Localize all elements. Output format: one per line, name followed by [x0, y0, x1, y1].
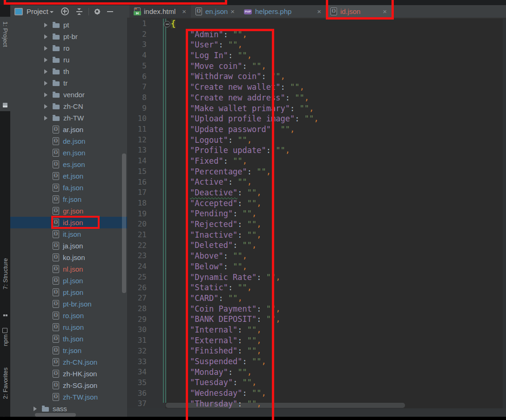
- tree-item-nl.json[interactable]: nl.json: [10, 263, 127, 275]
- code-line-31[interactable]: "External": "",: [171, 335, 318, 346]
- tab-helpers.php[interactable]: helpers.php ×: [239, 5, 326, 18]
- tree-expand-icon[interactable]: [44, 104, 50, 109]
- tree-item-zh-HK.json[interactable]: zh-HK.json: [10, 368, 127, 380]
- code-line-28[interactable]: "Coin Payment": "",: [171, 304, 318, 314]
- toolwindow-button-favorites[interactable]: 2: Favorites: [0, 366, 10, 420]
- code-line-23[interactable]: "Above": "",: [171, 251, 318, 261]
- tree-expand-icon[interactable]: [44, 69, 50, 74]
- code-line-10[interactable]: "Upload profile image": "",: [171, 113, 318, 124]
- tree-item-it.json[interactable]: it.json: [10, 228, 127, 240]
- code-line-13[interactable]: "Profile update": "",: [171, 145, 318, 156]
- code-line-34[interactable]: "Monday": "",: [171, 367, 318, 378]
- tree-item-pl.json[interactable]: pl.json: [10, 275, 127, 287]
- collapse-all-icon[interactable]: [76, 9, 82, 14]
- toolwindow-button-project[interactable]: 1: Project: [0, 17, 10, 111]
- tree-expand-icon[interactable]: [44, 93, 50, 97]
- code-line-18[interactable]: "Accepted": "",: [171, 198, 318, 209]
- code-line-20[interactable]: "Rejected": "",: [171, 219, 318, 230]
- tree-item-zh-SG.json[interactable]: zh-SG.json: [10, 380, 127, 391]
- tree-item-ja.json[interactable]: ja.json: [10, 240, 127, 252]
- tree-expand-icon[interactable]: [44, 34, 50, 39]
- code-line-37[interactable]: "Thursday": "",: [171, 399, 318, 409]
- editor-code[interactable]: {"Admin": "","User": "","Log In": "","Mo…: [171, 19, 318, 409]
- code-line-22[interactable]: "Deleted": "",: [171, 240, 318, 251]
- code-line-21[interactable]: "Inactive": "",: [171, 230, 318, 240]
- fold-icon[interactable]: [164, 21, 170, 27]
- tab-index.html[interactable]: index.html ×: [129, 5, 191, 18]
- code-line-7[interactable]: "Create new wallet": "",: [171, 82, 318, 93]
- tree-item-vendor[interactable]: vendor: [10, 89, 127, 100]
- code-line-17[interactable]: "Deactive": "",: [171, 187, 318, 198]
- code-line-8[interactable]: "Create new address": "",: [171, 93, 318, 103]
- code-line-29[interactable]: "BANK DEPOSIT": "",: [171, 314, 318, 325]
- project-tree-horizontal-scrollbar[interactable]: [35, 413, 76, 417]
- tree-item-fa.json[interactable]: fa.json: [10, 182, 127, 193]
- code-line-3[interactable]: "User": "",: [171, 40, 318, 50]
- code-line-35[interactable]: "Tuesday": "",: [171, 377, 318, 388]
- toolwindow-button-npm[interactable]: npm: [0, 326, 10, 355]
- tree-item-ro.json[interactable]: ro.json: [10, 310, 127, 321]
- locate-file-icon[interactable]: [61, 7, 69, 15]
- code-line-1[interactable]: {: [171, 19, 318, 29]
- tree-item-pt.json[interactable]: pt.json: [10, 287, 127, 298]
- code-line-27[interactable]: "CARD": "",: [171, 293, 318, 304]
- tree-item-zh-CN.json[interactable]: zh-CN.json: [10, 356, 127, 368]
- tree-item-fr.json[interactable]: fr.json: [10, 193, 127, 205]
- tree-item-gr.json[interactable]: gr.json: [10, 205, 127, 217]
- tree-item-tr.json[interactable]: tr.json: [10, 345, 127, 356]
- code-line-6[interactable]: "Withdraw coin": "",: [171, 71, 318, 82]
- tree-expand-icon[interactable]: [34, 407, 39, 411]
- code-line-12[interactable]: "Logout": "",: [171, 135, 318, 146]
- tree-item-ru[interactable]: ru: [10, 54, 127, 66]
- toolwindow-button-structure[interactable]: 7: Structure: [0, 256, 10, 318]
- tree-item-th.json[interactable]: th.json: [10, 333, 127, 345]
- code-line-30[interactable]: "Internal": "",: [171, 325, 318, 335]
- code-line-19[interactable]: "Pending": "",: [171, 208, 318, 219]
- tree-item-ru.json[interactable]: ru.json: [10, 321, 127, 333]
- tree-expand-icon[interactable]: [44, 58, 50, 62]
- tree-item-ko.json[interactable]: ko.json: [10, 252, 127, 263]
- code-line-15[interactable]: "Percentage": "",: [171, 167, 318, 177]
- tree-item-id.json[interactable]: id.json: [10, 217, 127, 228]
- close-icon[interactable]: ×: [230, 8, 235, 15]
- tree-item-de.json[interactable]: de.json: [10, 135, 127, 147]
- tree-item-zh-TW.json[interactable]: zh-TW.json: [10, 391, 127, 403]
- code-line-26[interactable]: "Static": "",: [171, 282, 318, 293]
- tree-item-pt-br.json[interactable]: pt-br.json: [10, 298, 127, 310]
- project-tree-vertical-scrollbar[interactable]: [122, 153, 126, 293]
- tree-item-et.json[interactable]: et.json: [10, 170, 127, 182]
- tree-item-zh-CN[interactable]: zh-CN: [10, 100, 127, 112]
- tree-item-ar.json[interactable]: ar.json: [10, 124, 127, 135]
- tree-expand-icon[interactable]: [44, 46, 50, 51]
- code-line-36[interactable]: "Wednesday": "",: [171, 388, 318, 399]
- tree-expand-icon[interactable]: [44, 81, 50, 86]
- tree-expand-icon[interactable]: [44, 116, 50, 120]
- tree-expand-icon[interactable]: [44, 23, 50, 27]
- hide-panel-icon[interactable]: [107, 11, 113, 12]
- close-icon[interactable]: ×: [383, 8, 387, 15]
- code-line-24[interactable]: "Below": "",: [171, 261, 318, 272]
- tree-item-en.json[interactable]: en.json: [10, 147, 127, 159]
- tree-item-pt[interactable]: pt: [10, 19, 127, 31]
- tree-item-zh-TW[interactable]: zh-TW: [10, 112, 127, 124]
- code-line-5[interactable]: "Move coin": "",: [171, 61, 318, 72]
- code-line-9[interactable]: "Make wallet primary": "",: [171, 103, 318, 114]
- code-line-16[interactable]: "Active": "",: [171, 177, 318, 187]
- tree-item-th[interactable]: th: [10, 66, 127, 77]
- code-line-11[interactable]: "Update password": "",: [171, 124, 318, 135]
- code-line-25[interactable]: "Dynamic Rate": "",: [171, 272, 318, 283]
- code-line-2[interactable]: "Admin": "",: [171, 29, 318, 40]
- tree-item-tr[interactable]: tr: [10, 77, 127, 89]
- chevron-down-icon[interactable]: [50, 11, 54, 13]
- tab-en.json[interactable]: en.json ×: [191, 5, 239, 18]
- tree-item-es.json[interactable]: es.json: [10, 159, 127, 170]
- tree-item-ro[interactable]: ro: [10, 42, 127, 54]
- code-line-33[interactable]: "Suspended": "",: [171, 356, 318, 367]
- code-line-4[interactable]: "Log In": "",: [171, 50, 318, 61]
- close-icon[interactable]: ×: [317, 8, 321, 15]
- tree-item-pt-br[interactable]: pt-br: [10, 31, 127, 42]
- gear-icon[interactable]: [95, 9, 100, 14]
- tab-id.json[interactable]: id.json ×: [326, 5, 391, 18]
- close-icon[interactable]: ×: [182, 8, 186, 15]
- code-line-14[interactable]: "Fixed": "",: [171, 156, 318, 167]
